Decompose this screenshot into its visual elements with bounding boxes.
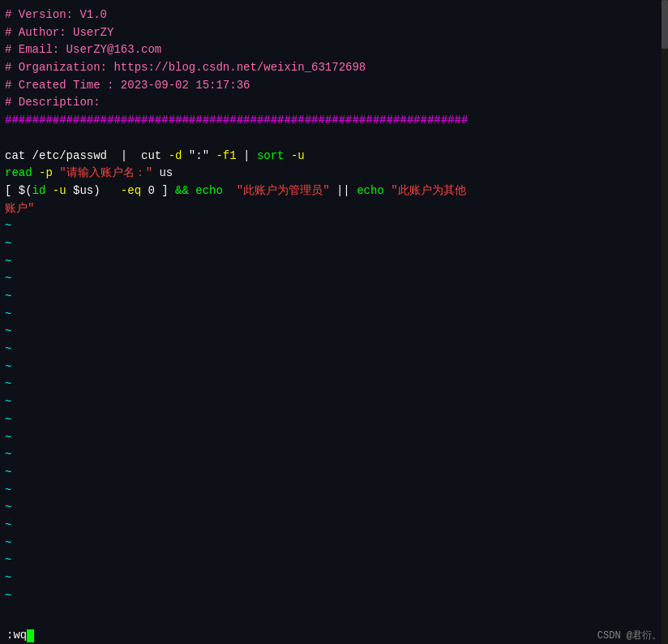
comment-author: # Author: UserZY (5, 26, 113, 39)
tilde-2: ~ (5, 235, 663, 253)
line-if: [ $(id -u $us) -eq 0 ] && echo "此账户为管理员"… (5, 182, 663, 200)
comment-version: # Version: V1.0 (5, 8, 107, 21)
tilde-19: ~ (5, 535, 663, 552)
line-author: # Author: UserZY (5, 24, 663, 42)
line-cat: cat /etc/passwd | cut -d ":" -f1 | sort … (5, 148, 663, 165)
tilde-13: ~ (5, 429, 663, 447)
tilde-16: ~ (5, 482, 663, 500)
line-version: # Version: V1.0 (5, 6, 663, 24)
tilde-20: ~ (5, 552, 663, 569)
vim-cursor (27, 629, 34, 642)
line-email: # Email: UserZY@163.com (5, 41, 663, 59)
tilde-9: ~ (5, 358, 663, 376)
line-if-cont: 账户" (5, 200, 663, 218)
tilde-14: ~ (5, 446, 663, 464)
tilde-4: ~ (5, 270, 663, 288)
line-read: read -p "请输入账户名：" us (5, 165, 663, 182)
tilde-15: ~ (5, 464, 663, 482)
line-empty (5, 130, 663, 148)
tilde-10: ~ (5, 376, 663, 393)
tilde-6: ~ (5, 306, 663, 324)
line-separator: ########################################… (5, 112, 663, 130)
line-desc: # Description: (5, 94, 663, 112)
tilde-3: ~ (5, 253, 663, 271)
comment-org: # Organization: https://blog.csdn.net/we… (5, 61, 366, 74)
tilde-17: ~ (5, 499, 663, 517)
tilde-7: ~ (5, 323, 663, 341)
tilde-21: ~ (5, 569, 663, 587)
status-bar: :wq CSDN @君衍。 (0, 627, 668, 644)
tilde-18: ~ (5, 517, 663, 535)
comment-desc: # Description: (5, 96, 101, 109)
scrollbar[interactable] (662, 0, 668, 644)
scrollbar-thumb[interactable] (662, 0, 668, 49)
tilde-22: ~ (5, 587, 663, 605)
tilde-8: ~ (5, 341, 663, 358)
comment-created: # Created Time : 2023-09-02 15:17:36 (5, 79, 250, 92)
vim-command-text: :wq (6, 629, 27, 642)
line-org: # Organization: https://blog.csdn.net/we… (5, 59, 663, 77)
tilde-12: ~ (5, 411, 663, 429)
terminal-window: # Version: V1.0 # Author: UserZY # Email… (0, 0, 668, 644)
vim-command-line: :wq (6, 629, 34, 642)
tilde-11: ~ (5, 393, 663, 411)
separator-line: ########################################… (5, 114, 468, 127)
tilde-1: ~ (5, 217, 663, 235)
watermark-label: CSDN @君衍。 (597, 629, 662, 642)
line-created: # Created Time : 2023-09-02 15:17:36 (5, 77, 663, 95)
comment-email: # Email: UserZY@163.com (5, 43, 161, 56)
tilde-5: ~ (5, 288, 663, 306)
